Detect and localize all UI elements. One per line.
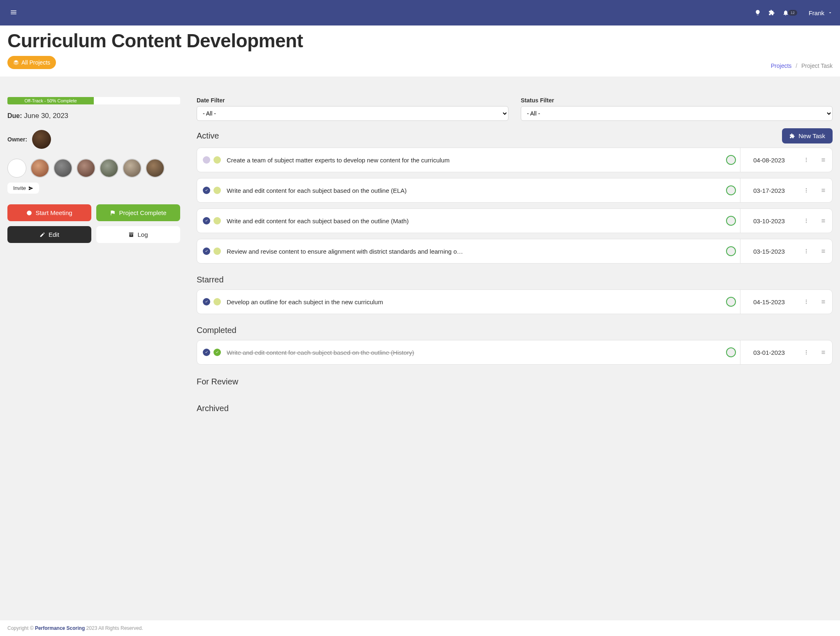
status-filter-select[interactable]: - All - <box>521 106 833 121</box>
chevron-down-icon <box>828 10 833 15</box>
svg-point-7 <box>806 220 807 221</box>
task-row[interactable]: Write and edit content for each subject … <box>197 208 833 233</box>
new-task-button[interactable]: New Task <box>782 128 833 143</box>
svg-point-8 <box>806 222 807 223</box>
task-row[interactable]: Review and revise content to ensure alig… <box>197 239 833 264</box>
layers-icon <box>13 60 19 65</box>
task-title: Develop an outline for each subject in t… <box>227 298 722 305</box>
all-projects-label: All Projects <box>21 59 50 66</box>
task-assignee-avatar[interactable] <box>722 297 740 307</box>
task-assignee-avatar[interactable] <box>722 246 740 256</box>
status-started-icon[interactable] <box>203 247 210 255</box>
status-done-icon[interactable] <box>213 349 221 356</box>
svg-point-9 <box>806 249 807 250</box>
task-more-menu[interactable] <box>798 178 815 202</box>
due-line: Due: June 30, 2023 <box>7 112 180 120</box>
task-date: 03-15-2023 <box>740 239 798 263</box>
user-name: Frank <box>809 9 824 16</box>
project-complete-label: Project Complete <box>119 209 166 216</box>
log-button[interactable]: Log <box>96 226 180 243</box>
svg-point-14 <box>806 303 807 304</box>
breadcrumb: Projects / Project Task <box>771 62 833 69</box>
date-filter-select[interactable]: - All - <box>197 106 508 121</box>
task-subtasks-icon[interactable] <box>815 239 832 263</box>
team-avatar[interactable] <box>7 159 26 178</box>
svg-point-10 <box>806 251 807 252</box>
start-meeting-button[interactable]: Start Meeting <box>7 204 91 221</box>
task-row[interactable]: Develop an outline for each subject in t… <box>197 289 833 314</box>
task-status-dots <box>197 156 227 164</box>
task-more-menu[interactable] <box>798 148 815 172</box>
owner-avatar[interactable] <box>32 130 51 149</box>
task-title: Write and edit content for each subject … <box>227 349 722 356</box>
task-assignee-avatar[interactable] <box>722 155 740 165</box>
date-filter-label: Date Filter <box>197 97 508 104</box>
status-started-icon[interactable] <box>203 187 210 194</box>
breadcrumb-separator: / <box>796 62 797 69</box>
team-avatar[interactable] <box>77 159 95 178</box>
team-avatar[interactable] <box>30 159 49 178</box>
invite-label: Invite <box>13 185 26 191</box>
status-pending-icon[interactable] <box>213 217 221 224</box>
section-completed-heading: Completed <box>197 326 833 335</box>
edit-label: Edit <box>49 231 59 238</box>
task-more-menu[interactable] <box>798 340 815 364</box>
task-row[interactable]: Write and edit content for each subject … <box>197 178 833 203</box>
task-date: 03-17-2023 <box>740 178 798 202</box>
team-avatar[interactable] <box>100 159 118 178</box>
status-pending-icon[interactable] <box>213 156 221 164</box>
status-not-started-icon[interactable] <box>203 156 210 164</box>
task-status-dots <box>197 187 227 194</box>
task-more-menu[interactable] <box>798 209 815 233</box>
log-label: Log <box>137 231 148 238</box>
section-active-heading: Active <box>197 131 219 141</box>
edit-button[interactable]: Edit <box>7 226 91 243</box>
status-pending-icon[interactable] <box>213 247 221 255</box>
status-pending-icon[interactable] <box>213 298 221 305</box>
hamburger-menu-icon[interactable] <box>7 6 20 20</box>
bell-icon[interactable]: 12 <box>782 9 797 16</box>
invite-button[interactable]: Invite <box>7 183 39 194</box>
section-for-review-heading: For Review <box>197 377 833 386</box>
status-started-icon[interactable] <box>203 349 210 356</box>
owner-line: Owner: <box>7 130 180 149</box>
task-assignee-avatar[interactable] <box>722 216 740 226</box>
breadcrumb-current: Project Task <box>801 62 833 69</box>
status-started-icon[interactable] <box>203 298 210 305</box>
status-started-icon[interactable] <box>203 217 210 224</box>
topbar: 12 Frank <box>0 0 840 25</box>
task-subtasks-icon[interactable] <box>815 340 832 364</box>
task-subtasks-icon[interactable] <box>815 148 832 172</box>
team-avatar[interactable] <box>146 159 165 178</box>
team-avatar[interactable] <box>123 159 142 178</box>
puzzle-plus-icon <box>789 133 795 139</box>
task-assignee-avatar[interactable] <box>722 347 740 357</box>
task-date: 03-01-2023 <box>740 340 798 364</box>
status-pending-icon[interactable] <box>213 187 221 194</box>
task-subtasks-icon[interactable] <box>815 209 832 233</box>
puzzle-icon[interactable] <box>768 9 775 16</box>
svg-point-11 <box>806 252 807 253</box>
task-status-dots <box>197 247 227 255</box>
team-avatar[interactable] <box>53 159 72 178</box>
start-meeting-label: Start Meeting <box>35 209 72 216</box>
svg-point-3 <box>806 188 807 189</box>
progress-bar: Off-Track - 50% Complete <box>7 97 180 104</box>
project-sidebar: Off-Track - 50% Complete Due: June 30, 2… <box>7 97 180 243</box>
task-subtasks-icon[interactable] <box>815 290 832 314</box>
task-more-menu[interactable] <box>798 239 815 263</box>
breadcrumb-projects-link[interactable]: Projects <box>771 62 792 69</box>
user-menu[interactable]: Frank <box>809 9 833 16</box>
task-assignee-avatar[interactable] <box>722 185 740 195</box>
lightbulb-icon[interactable] <box>754 9 761 16</box>
project-complete-button[interactable]: Project Complete <box>96 204 180 221</box>
task-row[interactable]: Write and edit content for each subject … <box>197 340 833 365</box>
task-more-menu[interactable] <box>798 290 815 314</box>
task-row[interactable]: Create a team of subject matter experts … <box>197 148 833 172</box>
progress-fill: Off-Track - 50% Complete <box>7 97 94 104</box>
task-subtasks-icon[interactable] <box>815 178 832 202</box>
task-status-dots <box>197 298 227 305</box>
new-task-label: New Task <box>798 132 825 139</box>
send-icon <box>28 186 33 191</box>
all-projects-button[interactable]: All Projects <box>7 56 56 69</box>
